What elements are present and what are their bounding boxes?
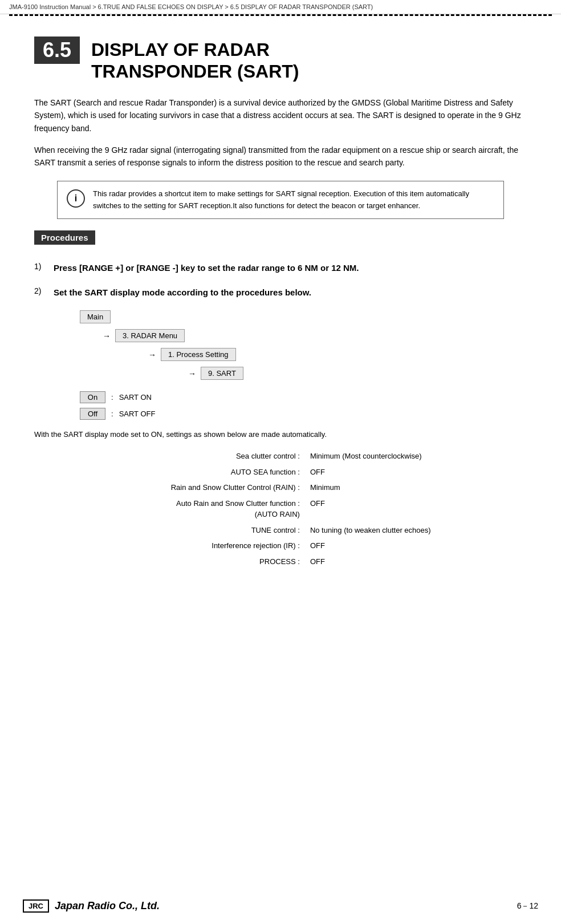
footer-company-name: Japan Radio Co., Ltd. (55, 900, 160, 912)
menu-row-radar: → 3. RADAR Menu (103, 329, 493, 342)
procedures-label: Procedures (34, 230, 95, 245)
paragraph-2: When receiving the 9 GHz radar signal (i… (34, 144, 527, 169)
menu-radar-button[interactable]: 3. RADAR Menu (115, 329, 185, 342)
off-row: Off : SART OFF (80, 408, 493, 420)
settings-row-6: PROCESS :OFF (35, 554, 526, 569)
menu-row-main: Main (80, 310, 493, 323)
menu-main-button[interactable]: Main (80, 310, 111, 323)
on-off-section: On : SART ON Off : SART OFF (80, 391, 493, 420)
off-colon: : (111, 410, 113, 418)
settings-label-4: TUNE control : (35, 523, 304, 538)
menu-flow: Main → 3. RADAR Menu → 1. Process Settin… (80, 310, 493, 380)
footer-page-number: 6－12 (517, 901, 538, 911)
section-title-line2: TRANSPONDER (SART) (91, 60, 299, 82)
footer: JRC Japan Radio Co., Ltd. 6－12 (0, 899, 561, 913)
settings-row-0: Sea clutter control :Minimum (Most count… (35, 449, 526, 464)
breadcrumb-text: JMA-9100 Instruction Manual > 6.TRUE AND… (9, 3, 373, 10)
info-box: i This radar provides a shortcut item to… (57, 181, 504, 220)
info-icon: i (67, 189, 85, 208)
settings-label-2: Rain and Snow Clutter Control (RAIN) : (35, 480, 304, 495)
on-row: On : SART ON (80, 391, 493, 403)
settings-row-2: Rain and Snow Clutter Control (RAIN) :Mi… (35, 480, 526, 495)
section-title-line1: DISPLAY OF RADAR (91, 39, 299, 60)
section-title: DISPLAY OF RADAR TRANSPONDER (SART) (91, 37, 299, 83)
settings-label-3: Auto Rain and Snow Clutter function :(AU… (35, 496, 304, 522)
settings-value-0: Minimum (Most counterclockwise) (306, 449, 526, 464)
arrow-2: → (148, 350, 156, 359)
breadcrumb: JMA-9100 Instruction Manual > 6.TRUE AND… (0, 0, 561, 14)
menu-process-button[interactable]: 1. Process Setting (161, 348, 236, 361)
off-button[interactable]: Off (80, 408, 105, 420)
footer-logo-area: JRC Japan Radio Co., Ltd. (23, 899, 160, 913)
section-number: 6.5 (34, 37, 80, 64)
menu-sart-button[interactable]: 9. SART (201, 367, 243, 380)
settings-table: Sea clutter control :Minimum (Most count… (34, 448, 527, 570)
settings-value-2: Minimum (306, 480, 526, 495)
step-1-number: 1) (34, 262, 48, 271)
arrow-3: → (188, 369, 196, 378)
arrow-1: → (103, 331, 111, 341)
off-text: SART OFF (119, 410, 156, 418)
settings-value-3: OFF (306, 496, 526, 522)
settings-value-4: No tuning (to weaken clutter echoes) (306, 523, 526, 538)
settings-value-5: OFF (306, 538, 526, 553)
paragraph-1: The SART (Search and rescue Radar Transp… (34, 96, 527, 135)
step-1: 1) Press [RANGE +] or [RANGE -] key to s… (34, 262, 527, 275)
settings-intro: With the SART display mode set to ON, se… (34, 429, 527, 441)
menu-row-process: → 1. Process Setting (148, 348, 493, 361)
section-heading: 6.5 DISPLAY OF RADAR TRANSPONDER (SART) (34, 37, 527, 83)
settings-label-0: Sea clutter control : (35, 449, 304, 464)
settings-label-1: AUTO SEA function : (35, 465, 304, 480)
settings-label-5: Interference rejection (IR) : (35, 538, 304, 553)
on-colon: : (111, 393, 113, 402)
info-box-text: This radar provides a shortcut item to m… (93, 188, 494, 212)
on-text: SART ON (119, 393, 152, 402)
settings-label-6: PROCESS : (35, 554, 304, 569)
settings-row-4: TUNE control :No tuning (to weaken clutt… (35, 523, 526, 538)
settings-value-1: OFF (306, 465, 526, 480)
step-2-number: 2) (34, 286, 48, 295)
settings-row-5: Interference rejection (IR) :OFF (35, 538, 526, 553)
step-1-text: Press [RANGE +] or [RANGE -] key to set … (54, 262, 359, 275)
on-button[interactable]: On (80, 391, 105, 403)
step-2-text: Set the SART display mode according to t… (54, 286, 311, 299)
footer-jrc-logo: JRC (23, 899, 49, 913)
settings-row-1: AUTO SEA function :OFF (35, 465, 526, 480)
menu-row-sart: → 9. SART (188, 367, 493, 380)
step-2: 2) Set the SART display mode according t… (34, 286, 527, 299)
settings-value-6: OFF (306, 554, 526, 569)
settings-row-3: Auto Rain and Snow Clutter function :(AU… (35, 496, 526, 522)
